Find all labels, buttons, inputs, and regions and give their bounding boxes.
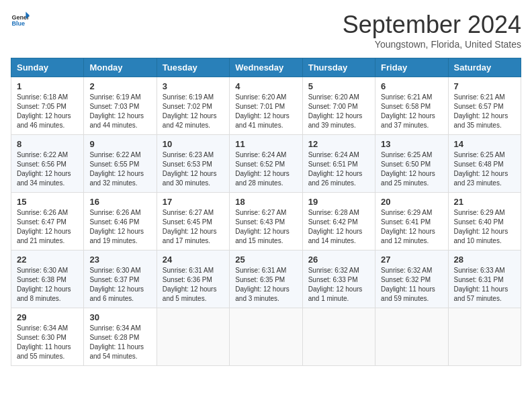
day-cell: 26Sunrise: 6:32 AMSunset: 6:33 PMDayligh… [302,250,375,308]
day-info: Sunrise: 6:23 AMSunset: 6:53 PMDaylight:… [163,150,224,188]
day-number: 16 [89,197,150,207]
day-number: 18 [235,197,296,207]
day-cell: 6Sunrise: 6:21 AMSunset: 6:58 PMDaylight… [375,77,448,135]
day-number: 9 [89,139,150,149]
day-number: 6 [381,81,442,91]
week-row-3: 15Sunrise: 6:26 AMSunset: 6:47 PMDayligh… [11,193,521,250]
day-number: 27 [381,255,442,265]
day-cell: 8Sunrise: 6:22 AMSunset: 6:56 PMDaylight… [11,135,84,193]
day-cell: 17Sunrise: 6:27 AMSunset: 6:45 PMDayligh… [157,193,229,250]
location: Youngstown, Florida, United States [343,39,521,50]
day-number: 11 [235,139,296,149]
day-cell: 27Sunrise: 6:32 AMSunset: 6:32 PMDayligh… [375,250,448,308]
day-number: 10 [163,139,224,149]
day-number: 14 [454,139,515,149]
day-info: Sunrise: 6:27 AMSunset: 6:45 PMDaylight:… [163,208,224,246]
day-number: 17 [163,197,224,207]
day-info: Sunrise: 6:20 AMSunset: 7:00 PMDaylight:… [308,93,369,130]
day-cell: 15Sunrise: 6:26 AMSunset: 6:47 PMDayligh… [11,193,84,250]
day-info: Sunrise: 6:31 AMSunset: 6:36 PMDaylight:… [163,266,224,304]
day-cell: 20Sunrise: 6:29 AMSunset: 6:41 PMDayligh… [375,193,448,250]
day-info: Sunrise: 6:26 AMSunset: 6:47 PMDaylight:… [17,208,78,246]
day-cell: 13Sunrise: 6:25 AMSunset: 6:50 PMDayligh… [375,135,448,193]
day-cell: 25Sunrise: 6:31 AMSunset: 6:35 PMDayligh… [230,250,302,308]
day-info: Sunrise: 6:18 AMSunset: 7:05 PMDaylight:… [17,93,78,130]
day-cell: 16Sunrise: 6:26 AMSunset: 6:46 PMDayligh… [84,193,157,250]
day-info: Sunrise: 6:29 AMSunset: 6:40 PMDaylight:… [454,208,515,246]
day-info: Sunrise: 6:32 AMSunset: 6:33 PMDaylight:… [308,266,369,304]
day-info: Sunrise: 6:22 AMSunset: 6:56 PMDaylight:… [17,150,78,188]
title-area: September 2024 Youngstown, Florida, Unit… [343,11,521,50]
day-number: 12 [308,139,369,149]
day-number: 13 [381,139,442,149]
day-header-thursday: Thursday [302,58,375,77]
svg-text:Blue: Blue [11,20,25,27]
day-number: 21 [454,197,515,207]
day-number: 22 [17,255,78,265]
page-header: General Blue September 2024 Youngstown, … [11,11,521,50]
day-cell [230,308,302,366]
day-info: Sunrise: 6:31 AMSunset: 6:35 PMDaylight:… [235,266,296,304]
logo-icon: General Blue [11,11,30,30]
day-header-saturday: Saturday [448,58,521,77]
day-cell: 23Sunrise: 6:30 AMSunset: 6:37 PMDayligh… [84,250,157,308]
day-cell: 3Sunrise: 6:19 AMSunset: 7:02 PMDaylight… [157,77,229,135]
logo: General Blue [11,11,30,30]
month-title: September 2024 [343,11,521,39]
day-cell: 18Sunrise: 6:27 AMSunset: 6:43 PMDayligh… [230,193,302,250]
day-cell: 24Sunrise: 6:31 AMSunset: 6:36 PMDayligh… [157,250,229,308]
day-number: 20 [381,197,442,207]
day-info: Sunrise: 6:34 AMSunset: 6:28 PMDaylight:… [89,324,150,361]
week-row-4: 22Sunrise: 6:30 AMSunset: 6:38 PMDayligh… [11,250,521,308]
day-info: Sunrise: 6:21 AMSunset: 6:58 PMDaylight:… [381,93,442,130]
day-info: Sunrise: 6:29 AMSunset: 6:41 PMDaylight:… [381,208,442,246]
day-header-sunday: Sunday [11,58,84,77]
day-info: Sunrise: 6:20 AMSunset: 7:01 PMDaylight:… [235,93,296,130]
day-cell: 10Sunrise: 6:23 AMSunset: 6:53 PMDayligh… [157,135,229,193]
day-number: 30 [89,312,150,322]
day-info: Sunrise: 6:19 AMSunset: 7:02 PMDaylight:… [163,93,224,130]
day-header-tuesday: Tuesday [157,58,229,77]
day-cell [302,308,375,366]
day-number: 2 [89,81,150,91]
day-cell [375,308,448,366]
day-cell [448,308,521,366]
day-info: Sunrise: 6:32 AMSunset: 6:32 PMDaylight:… [381,266,442,304]
day-info: Sunrise: 6:24 AMSunset: 6:51 PMDaylight:… [308,150,369,188]
day-info: Sunrise: 6:28 AMSunset: 6:42 PMDaylight:… [308,208,369,246]
day-info: Sunrise: 6:21 AMSunset: 6:57 PMDaylight:… [454,93,515,130]
day-number: 7 [454,81,515,91]
day-info: Sunrise: 6:30 AMSunset: 6:38 PMDaylight:… [17,266,78,304]
day-cell: 5Sunrise: 6:20 AMSunset: 7:00 PMDaylight… [302,77,375,135]
day-info: Sunrise: 6:27 AMSunset: 6:43 PMDaylight:… [235,208,296,246]
day-cell: 9Sunrise: 6:22 AMSunset: 6:55 PMDaylight… [84,135,157,193]
day-cell: 12Sunrise: 6:24 AMSunset: 6:51 PMDayligh… [302,135,375,193]
day-info: Sunrise: 6:24 AMSunset: 6:52 PMDaylight:… [235,150,296,188]
day-number: 8 [17,139,78,149]
day-number: 5 [308,81,369,91]
day-cell: 11Sunrise: 6:24 AMSunset: 6:52 PMDayligh… [230,135,302,193]
day-cell: 1Sunrise: 6:18 AMSunset: 7:05 PMDaylight… [11,77,84,135]
day-number: 3 [163,81,224,91]
day-number: 23 [89,255,150,265]
day-cell: 2Sunrise: 6:19 AMSunset: 7:03 PMDaylight… [84,77,157,135]
day-info: Sunrise: 6:19 AMSunset: 7:03 PMDaylight:… [89,93,150,130]
day-cell: 30Sunrise: 6:34 AMSunset: 6:28 PMDayligh… [84,308,157,366]
week-row-5: 29Sunrise: 6:34 AMSunset: 6:30 PMDayligh… [11,308,521,366]
day-header-wednesday: Wednesday [230,58,302,77]
day-info: Sunrise: 6:34 AMSunset: 6:30 PMDaylight:… [17,324,78,361]
day-cell: 28Sunrise: 6:33 AMSunset: 6:31 PMDayligh… [448,250,521,308]
day-number: 29 [17,312,78,322]
day-info: Sunrise: 6:30 AMSunset: 6:37 PMDaylight:… [89,266,150,304]
day-number: 24 [163,255,224,265]
week-row-2: 8Sunrise: 6:22 AMSunset: 6:56 PMDaylight… [11,135,521,193]
day-number: 25 [235,255,296,265]
day-number: 4 [235,81,296,91]
day-info: Sunrise: 6:25 AMSunset: 6:48 PMDaylight:… [454,150,515,188]
calendar-table: SundayMondayTuesdayWednesdayThursdayFrid… [11,58,521,366]
day-cell: 7Sunrise: 6:21 AMSunset: 6:57 PMDaylight… [448,77,521,135]
day-info: Sunrise: 6:22 AMSunset: 6:55 PMDaylight:… [89,150,150,188]
day-cell: 22Sunrise: 6:30 AMSunset: 6:38 PMDayligh… [11,250,84,308]
day-cell [157,308,229,366]
day-info: Sunrise: 6:26 AMSunset: 6:46 PMDaylight:… [89,208,150,246]
